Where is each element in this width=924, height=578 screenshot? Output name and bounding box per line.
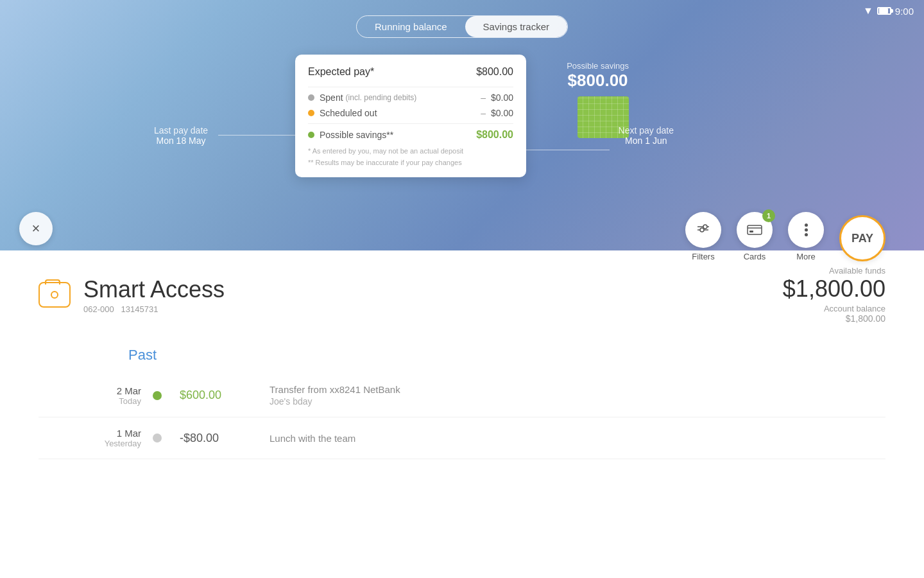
tab-switcher: Running balance Savings tracker bbox=[356, 15, 568, 38]
pay-button[interactable]: PAY bbox=[839, 215, 886, 261]
tooltip-spent-row: Spent (incl. pending debits) – $0.00 bbox=[308, 92, 513, 103]
filters-label: Filters bbox=[692, 252, 714, 261]
available-label: Available funds bbox=[783, 266, 886, 276]
tx-description-2: Lunch with the team bbox=[257, 433, 886, 444]
balance-label: Account balance bbox=[783, 304, 886, 313]
svg-point-10 bbox=[805, 229, 808, 232]
svg-point-3 bbox=[703, 225, 707, 229]
tooltip-footnote: * As entered by you, may not be an actua… bbox=[308, 146, 513, 168]
svg-point-11 bbox=[805, 233, 808, 236]
tx-dot-2 bbox=[153, 434, 162, 442]
more-icon bbox=[805, 223, 808, 236]
tooltip-savings-row: Possible savings** $800.00 bbox=[308, 129, 513, 141]
tx-date-sub-2: Yesterday bbox=[38, 439, 141, 448]
tx-date-day-1: 2 Mar bbox=[38, 385, 141, 396]
tx-amount-2: -$80.00 bbox=[173, 432, 257, 445]
close-button[interactable]: × bbox=[19, 212, 53, 245]
next-pay-date: Next pay date Mon 1 Jun bbox=[619, 125, 674, 146]
scheduled-dot bbox=[308, 110, 314, 116]
last-pay-date-value: Mon 18 May bbox=[154, 136, 208, 146]
cards-button[interactable]: 1 bbox=[737, 212, 773, 248]
cards-icon bbox=[747, 223, 762, 236]
tooltip-scheduled-label: Scheduled out bbox=[320, 108, 377, 118]
tooltip-footnote-2: ** Results may be inaccurate if your pay… bbox=[308, 157, 513, 169]
tx-timeline-2 bbox=[141, 434, 173, 442]
tx-date-sub-1: Today bbox=[38, 396, 141, 406]
tooltip-scheduled-value: $0.00 bbox=[491, 108, 513, 118]
savings-dot bbox=[308, 132, 314, 138]
balance-amount: $1,800.00 bbox=[783, 313, 886, 324]
tooltip-scheduled-row: Scheduled out – $0.00 bbox=[308, 108, 513, 118]
pay-date-line-left bbox=[218, 135, 302, 136]
transaction-list: 2 Mar Today $600.00 Transfer from xx8241… bbox=[0, 374, 924, 459]
tx-timeline-1 bbox=[141, 391, 173, 400]
next-pay-date-value: Mon 1 Jun bbox=[619, 136, 674, 146]
status-time: 9:00 bbox=[895, 6, 914, 17]
past-heading: Past bbox=[0, 334, 924, 374]
tx-description-1: Transfer from xx8241 NetBank Joe's bday bbox=[257, 384, 886, 407]
tooltip-scheduled-dash: – bbox=[481, 108, 486, 118]
next-pay-date-label: Next pay date bbox=[619, 125, 674, 136]
svg-rect-6 bbox=[748, 225, 762, 234]
last-pay-date-label: Last pay date bbox=[154, 125, 208, 136]
cards-btn-wrap: 1 Cards bbox=[737, 212, 773, 261]
tooltip-spent-right: – $0.00 bbox=[475, 92, 513, 103]
possible-savings-header-label: Possible savings bbox=[567, 61, 629, 71]
tx-amount-1: $600.00 bbox=[173, 389, 257, 402]
tx-desc-main-1: Transfer from xx8241 NetBank bbox=[270, 384, 886, 395]
tooltip-expected-pay-label: Expected pay* bbox=[308, 66, 374, 78]
svg-rect-8 bbox=[749, 231, 753, 232]
tooltip-savings-value: $800.00 bbox=[476, 129, 513, 141]
account-header: Smart Access 062-000 13145731 Available … bbox=[0, 250, 924, 334]
account-info: Smart Access 062-000 13145731 bbox=[83, 276, 225, 314]
filters-icon bbox=[696, 222, 711, 238]
tx-desc-sub-1: Joe's bday bbox=[270, 396, 886, 407]
cards-badge: 1 bbox=[762, 209, 775, 222]
svg-point-0 bbox=[700, 228, 704, 232]
tooltip-spent-left: Spent (incl. pending debits) bbox=[308, 92, 416, 103]
tooltip-scheduled-left: Scheduled out bbox=[308, 108, 377, 118]
tooltip-savings-label: Possible savings** bbox=[320, 130, 393, 140]
battery-icon bbox=[877, 7, 891, 15]
filters-button[interactable] bbox=[685, 212, 721, 248]
account-name: Smart Access bbox=[83, 276, 225, 303]
bottom-section: Smart Access 062-000 13145731 Available … bbox=[0, 250, 924, 578]
account-bsb: 062-000 bbox=[83, 304, 114, 314]
transaction-item: 2 Mar Today $600.00 Transfer from xx8241… bbox=[38, 374, 886, 417]
more-label: More bbox=[796, 252, 816, 261]
tooltip-expected-pay-row: Expected pay* $800.00 bbox=[308, 66, 513, 78]
tx-desc-main-2: Lunch with the team bbox=[270, 433, 886, 444]
wallet-inner bbox=[51, 291, 58, 299]
more-button[interactable] bbox=[788, 212, 824, 248]
cards-label: Cards bbox=[744, 252, 766, 261]
account-left: Smart Access 062-000 13145731 bbox=[38, 276, 225, 314]
tx-date-day-2: 1 Mar bbox=[38, 428, 141, 439]
tooltip-divider-1 bbox=[308, 87, 513, 87]
available-amount: $1,800.00 bbox=[783, 276, 886, 302]
days-line-right bbox=[520, 150, 610, 150]
wifi-icon: ▼ bbox=[863, 5, 873, 17]
tooltip-divider-2 bbox=[308, 123, 513, 124]
tx-date-1: 2 Mar Today bbox=[38, 385, 141, 406]
account-acct: 13145731 bbox=[121, 304, 158, 314]
action-buttons: Filters 1 Cards More PAY bbox=[685, 212, 886, 261]
tab-running-balance[interactable]: Running balance bbox=[357, 16, 465, 37]
last-pay-date: Last pay date Mon 18 May bbox=[154, 125, 208, 146]
tooltip-spent-dash: – bbox=[481, 92, 486, 103]
tooltip-savings-left: Possible savings** bbox=[308, 130, 393, 140]
wallet-icon bbox=[38, 282, 71, 308]
possible-savings-header-amount: $800.00 bbox=[567, 71, 629, 91]
pay-btn-wrap: PAY bbox=[839, 215, 886, 261]
tooltip-spent-value: $0.00 bbox=[491, 92, 513, 103]
svg-point-9 bbox=[805, 223, 808, 227]
status-bar: ▼ 9:00 bbox=[853, 0, 924, 22]
filters-btn-wrap: Filters bbox=[685, 212, 721, 261]
transaction-item: 1 Mar Yesterday -$80.00 Lunch with the t… bbox=[38, 417, 886, 459]
tooltip-expected-pay-value: $800.00 bbox=[476, 66, 513, 78]
account-right: Available funds $1,800.00 Account balanc… bbox=[783, 266, 886, 324]
possible-savings-header: Possible savings $800.00 bbox=[567, 61, 629, 91]
tooltip-card: Expected pay* $800.00 Spent (incl. pendi… bbox=[295, 55, 526, 177]
tab-savings-tracker[interactable]: Savings tracker bbox=[465, 16, 567, 37]
spent-dot bbox=[308, 94, 314, 101]
tooltip-spent-label: Spent bbox=[320, 92, 343, 103]
